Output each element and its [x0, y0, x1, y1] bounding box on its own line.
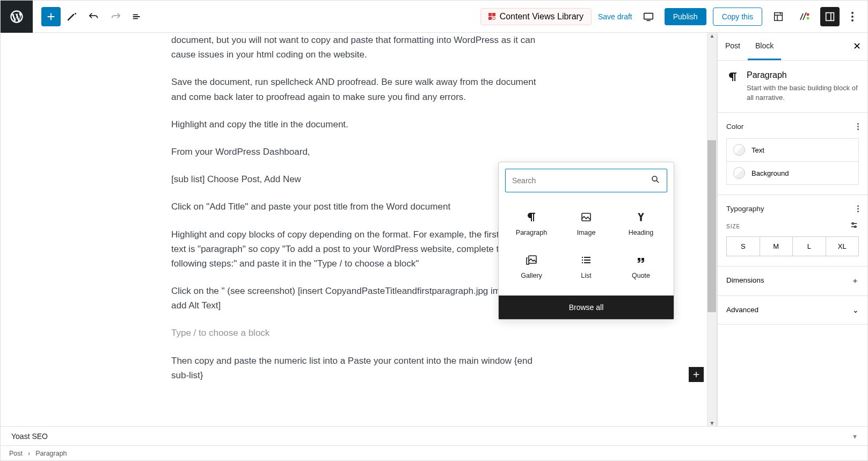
block-quote-button[interactable]: Quote [615, 246, 667, 287]
text-color-button[interactable]: Text [726, 138, 859, 161]
block-label: Paragraph [516, 229, 547, 236]
block-label: Gallery [521, 272, 542, 279]
options-menu-icon[interactable] [846, 12, 859, 21]
paragraph-block[interactable]: From your WordPress Dashboard, [171, 145, 536, 159]
block-name-label: Paragraph [747, 70, 859, 80]
preview-icon[interactable] [639, 7, 658, 26]
tools-icon[interactable] [63, 7, 82, 26]
cv-icon [488, 13, 495, 20]
tab-post[interactable]: Post [718, 33, 748, 60]
paragraph-block[interactable]: Click on the " (see screenshot) [insert … [171, 284, 536, 313]
chevron-down-icon: ⌄ [852, 306, 859, 314]
content-views-library-button[interactable]: Content Views Library [480, 8, 592, 25]
paragraph-icon [726, 70, 739, 103]
color-text-label: Text [752, 146, 764, 154]
block-list-button[interactable]: List [560, 246, 612, 287]
block-heading-button[interactable]: Heading [615, 203, 667, 244]
paragraph-block[interactable]: document, but you will not want to copy … [171, 33, 536, 62]
color-swatch-icon [733, 144, 745, 156]
close-sidebar-icon[interactable]: ✕ [853, 40, 861, 52]
paragraph-block[interactable]: Highlight and copy blocks of copy depend… [171, 227, 536, 271]
paragraph-block[interactable]: Save the document, run spellcheck AND pr… [171, 75, 536, 104]
breadcrumb-root[interactable]: Post [9, 450, 23, 457]
plus-icon: ＋ [851, 276, 859, 286]
settings-sidebar-toggle[interactable] [820, 7, 840, 26]
dimensions-panel-toggle[interactable]: Dimensions ＋ [718, 266, 867, 296]
svg-rect-4 [826, 12, 834, 20]
font-size-picker: S M L XL [726, 236, 859, 256]
editor-scrollbar[interactable]: ▲ ▼ [707, 33, 717, 426]
svg-point-3 [807, 17, 809, 19]
svg-rect-0 [644, 13, 653, 19]
redo-icon[interactable] [106, 7, 125, 26]
size-xl-button[interactable]: XL [826, 237, 859, 256]
custom-size-icon[interactable] [849, 220, 859, 232]
gallery-icon [525, 254, 538, 266]
block-gallery-button[interactable]: Gallery [505, 246, 558, 287]
color-panel-options-icon[interactable] [857, 123, 859, 130]
inserter-search-field[interactable] [505, 169, 667, 192]
color-bg-label: Background [752, 169, 789, 177]
paragraph-block[interactable]: Click on "Add Title" and paste your post… [171, 199, 536, 214]
add-block-button[interactable] [689, 367, 704, 382]
list-icon [580, 254, 593, 266]
wordpress-logo[interactable] [1, 1, 33, 33]
svg-point-6 [855, 226, 856, 228]
empty-paragraph-block[interactable]: Type / to choose a block [171, 326, 536, 340]
template-icon[interactable] [769, 7, 788, 26]
block-inserter-popover: Paragraph Image Heading Gallery List Quo… [498, 162, 674, 320]
yoast-label: Yoast SEO [11, 432, 48, 441]
size-m-button[interactable]: M [760, 237, 793, 256]
undo-icon[interactable] [84, 7, 104, 26]
size-s-button[interactable]: S [727, 237, 760, 256]
typography-panel-options-icon[interactable] [857, 205, 859, 212]
block-paragraph-button[interactable]: Paragraph [505, 203, 558, 244]
block-inserter-toggle[interactable] [41, 7, 61, 26]
block-label: Image [577, 229, 596, 236]
dimensions-label: Dimensions [726, 276, 764, 286]
svg-point-5 [852, 223, 854, 225]
paragraph-icon [525, 211, 538, 224]
yoast-icon[interactable] [794, 7, 814, 26]
scroll-up-arrow[interactable]: ▲ [707, 33, 717, 39]
color-panel-title: Color [726, 123, 743, 131]
publish-button[interactable]: Publish [665, 8, 706, 25]
svg-rect-1 [775, 12, 783, 20]
image-icon [580, 211, 593, 224]
copy-this-button[interactable]: Copy this [713, 8, 762, 26]
top-toolbar: Content Views Library Save draft Publish… [1, 1, 867, 33]
block-description: Start with the basic building block of a… [747, 83, 859, 103]
chevron-right-icon: › [28, 450, 30, 457]
typography-panel-title: Typography [726, 205, 764, 213]
tab-block[interactable]: Block [748, 33, 781, 60]
block-image-button[interactable]: Image [560, 203, 612, 244]
paragraph-block[interactable]: Highlight and copy the title in the docu… [171, 117, 536, 132]
browse-all-button[interactable]: Browse all [499, 296, 674, 319]
scroll-thumb[interactable] [707, 140, 716, 312]
scroll-down-arrow[interactable]: ▼ [707, 420, 717, 426]
document-overview-icon[interactable] [127, 7, 147, 26]
cvlib-label: Content Views Library [500, 12, 583, 21]
yoast-metabox-toggle[interactable]: Yoast SEO ▾ [1, 426, 867, 445]
block-label: List [581, 272, 591, 279]
quote-icon [634, 254, 647, 266]
chevron-down-icon: ▾ [853, 432, 857, 441]
block-label: Heading [629, 229, 654, 236]
block-label: Quote [632, 272, 650, 279]
heading-icon [636, 211, 646, 224]
breadcrumb-leaf[interactable]: Paragraph [35, 450, 67, 457]
advanced-panel-toggle[interactable]: Advanced ⌄ [718, 296, 867, 325]
block-breadcrumb: Post › Paragraph [1, 445, 867, 460]
size-label: SIZE [726, 224, 740, 229]
svg-point-7 [652, 176, 657, 181]
color-swatch-icon [733, 167, 745, 179]
settings-sidebar: Post Block ✕ Paragraph Start with the ba… [717, 33, 867, 426]
background-color-button[interactable]: Background [726, 161, 859, 185]
save-draft-link[interactable]: Save draft [598, 12, 632, 21]
advanced-label: Advanced [726, 306, 758, 314]
inserter-search-input[interactable] [512, 176, 651, 185]
size-l-button[interactable]: L [793, 237, 826, 256]
paragraph-block[interactable]: Then copy and paste the numeric list int… [171, 354, 536, 383]
paragraph-block[interactable]: [sub list] Choose Post, Add New [171, 172, 536, 186]
search-icon [651, 175, 660, 186]
